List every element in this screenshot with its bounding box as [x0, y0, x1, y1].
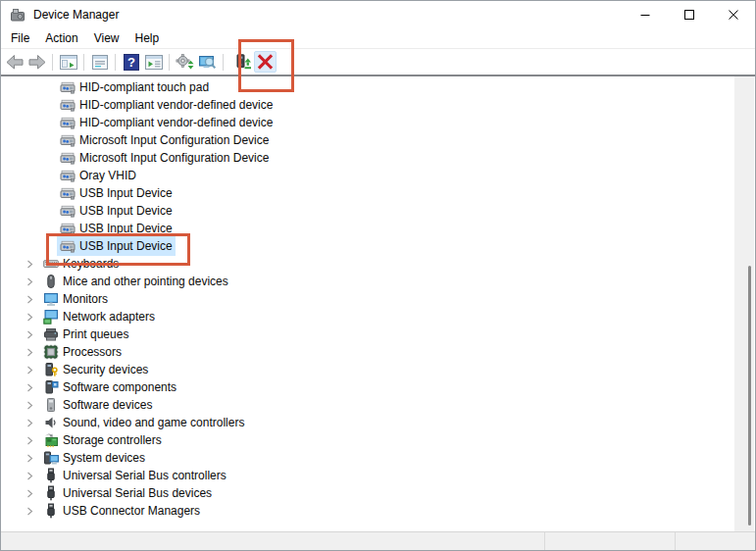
tree-item-label: Microsoft Input Configuration Device	[79, 131, 269, 149]
software-component-icon	[43, 379, 59, 395]
chevron-right-icon[interactable]	[19, 343, 40, 361]
action-pane-button[interactable]	[142, 51, 165, 73]
tree-item-content[interactable]: Storage controllers	[40, 430, 165, 450]
tree-item[interactable]: Keyboards	[1, 255, 735, 273]
menu-file[interactable]: File	[3, 29, 37, 47]
tree-item[interactable]: USB Input Device	[1, 202, 735, 220]
tree-item-content[interactable]: Software components	[40, 377, 179, 397]
chevron-right-icon[interactable]	[19, 467, 40, 484]
hid-device-icon	[60, 203, 76, 219]
chevron-right-icon[interactable]	[19, 449, 40, 467]
tree-item-content[interactable]: Software devices	[40, 395, 155, 415]
tree-item-content[interactable]: Universal Serial Bus devices	[40, 483, 215, 503]
scan-hardware-button[interactable]	[174, 51, 196, 73]
back-arrow-icon	[5, 54, 25, 71]
menu-view[interactable]: View	[86, 29, 127, 47]
tree-item[interactable]: Microsoft Input Configuration Device	[1, 131, 735, 149]
tree-item-content[interactable]: USB Connector Managers	[40, 501, 203, 521]
svg-text:?: ?	[127, 55, 135, 70]
menu-action[interactable]: Action	[37, 29, 85, 47]
hid-device-icon	[60, 185, 76, 201]
tree-item[interactable]: HID-compliant touch pad	[1, 78, 735, 96]
tree-item-content[interactable]: System devices	[40, 448, 148, 468]
chevron-right-icon[interactable]	[19, 378, 40, 396]
tree-item-label: USB Input Device	[79, 184, 173, 202]
help-button[interactable]: ?	[120, 51, 142, 73]
tree-item-content[interactable]: Print queues	[40, 325, 131, 344]
chevron-right-icon[interactable]	[19, 326, 40, 343]
remote-support-button[interactable]	[196, 51, 219, 73]
tree-item[interactable]: Processors	[1, 343, 735, 361]
chevron-right-icon[interactable]	[19, 502, 40, 520]
tree-item[interactable]: Monitors	[1, 290, 735, 308]
tree-item[interactable]: System devices	[1, 449, 735, 467]
tree-item[interactable]: Print queues	[1, 326, 735, 343]
tree-item[interactable]: USB Input Device	[1, 220, 735, 237]
tree-item-content[interactable]: Processors	[40, 342, 125, 362]
chevron-right-icon[interactable]	[19, 431, 40, 449]
tree-item[interactable]: Storage controllers	[1, 431, 735, 449]
scan-hardware-icon	[176, 54, 195, 71]
tree-item-content[interactable]: USB Input Device	[57, 183, 176, 203]
tree-item[interactable]: Software devices	[1, 396, 735, 414]
close-button[interactable]	[711, 1, 755, 28]
back-arrow-button[interactable]	[3, 51, 25, 73]
device-tree-panel: HID-compliant touch padHID-compliant ven…	[1, 76, 755, 531]
tree-item[interactable]: USB Connector Managers	[1, 502, 735, 520]
update-driver-button[interactable]	[231, 51, 254, 73]
tree-item[interactable]: Network adapters	[1, 308, 735, 326]
tree-item[interactable]: Universal Serial Bus devices	[1, 484, 735, 502]
tree-item[interactable]: Oray VHID	[1, 167, 735, 184]
tree-item-content[interactable]: USB Input Device	[57, 201, 176, 221]
tree-item-content[interactable]: Network adapters	[40, 307, 158, 326]
chevron-right-icon[interactable]	[19, 273, 40, 290]
tree-item-content[interactable]: Security devices	[40, 360, 151, 379]
tree-item[interactable]: HID-compliant vendor-defined device	[1, 96, 735, 114]
statusbar-pane	[544, 532, 675, 550]
tree-item-content[interactable]: HID-compliant vendor-defined device	[57, 95, 276, 115]
tree-item-content[interactable]: HID-compliant touch pad	[57, 77, 212, 97]
tree-item[interactable]: Universal Serial Bus controllers	[1, 467, 735, 484]
tree-item-content[interactable]: USB Input Device	[57, 236, 176, 256]
mouse-icon	[43, 274, 59, 289]
tree-item[interactable]: Microsoft Input Configuration Device	[1, 149, 735, 167]
chevron-right-icon[interactable]	[19, 308, 40, 326]
tree-item-content[interactable]: HID-compliant vendor-defined device	[57, 113, 276, 132]
tree-item-content[interactable]: Keyboards	[40, 254, 122, 274]
tree-item[interactable]: USB Input Device	[1, 237, 735, 255]
chevron-right-icon[interactable]	[19, 361, 40, 378]
minimize-button[interactable]	[623, 1, 667, 28]
uninstall-device-button[interactable]	[254, 51, 277, 73]
tree-item-content[interactable]: Oray VHID	[57, 166, 139, 185]
vertical-scrollbar[interactable]	[734, 76, 754, 531]
tree-item-content[interactable]: Microsoft Input Configuration Device	[57, 148, 272, 168]
tree-item-content[interactable]: Mice and other pointing devices	[40, 272, 231, 291]
toolbar: ?	[1, 48, 755, 76]
forward-arrow-button[interactable]	[25, 51, 48, 73]
tree-item[interactable]: USB Input Device	[1, 184, 735, 202]
chevron-right-icon[interactable]	[19, 484, 40, 502]
tree-item-content[interactable]: Monitors	[40, 289, 111, 309]
chevron-right-icon[interactable]	[19, 396, 40, 414]
properties-button[interactable]	[88, 51, 111, 73]
chevron-right-icon[interactable]	[19, 290, 40, 308]
tree-item[interactable]: Mice and other pointing devices	[1, 273, 735, 290]
scrollbar-thumb[interactable]	[748, 266, 751, 526]
chevron-right-icon[interactable]	[19, 414, 40, 431]
tree-item[interactable]: Sound, video and game controllers	[1, 414, 735, 431]
tree-item-label: Monitors	[63, 290, 108, 308]
tree-item-content[interactable]: Universal Serial Bus controllers	[40, 466, 229, 485]
menu-help[interactable]: Help	[127, 29, 168, 47]
tree-item-content[interactable]: Microsoft Input Configuration Device	[57, 130, 272, 150]
tree-item-content[interactable]: Sound, video and game controllers	[40, 413, 247, 432]
tree-item[interactable]: HID-compliant vendor-defined device	[1, 114, 735, 131]
usb-icon	[43, 503, 59, 519]
chevron-right-icon[interactable]	[19, 255, 40, 273]
hid-device-icon	[60, 115, 76, 130]
tree-item[interactable]: Security devices	[1, 361, 735, 378]
maximize-button[interactable]	[667, 1, 711, 28]
toolbar-separator	[223, 54, 224, 71]
tree-item-content[interactable]: USB Input Device	[57, 219, 176, 238]
tree-item[interactable]: Software components	[1, 378, 735, 396]
console-tree-button[interactable]	[57, 51, 79, 73]
